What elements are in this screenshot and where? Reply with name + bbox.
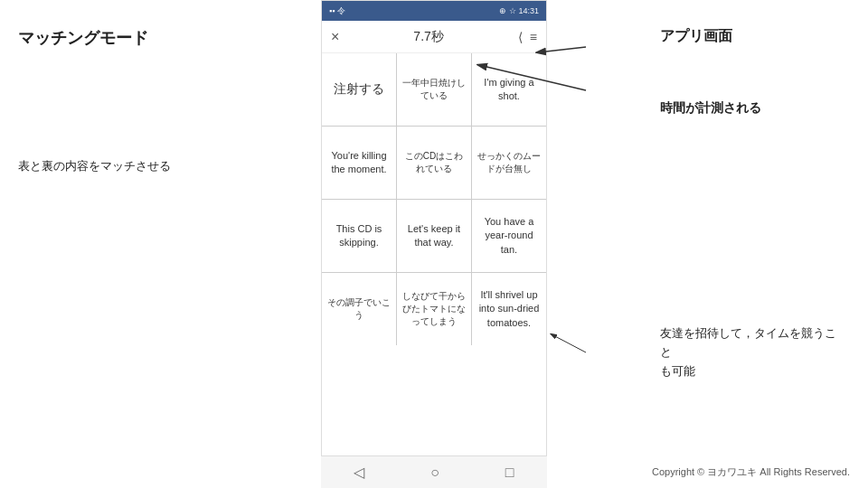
card-item[interactable]: It'll shrivel up into sun-dried tomatoes… bbox=[472, 273, 546, 345]
status-icons: ⊕ ☆ 14:31 bbox=[499, 6, 539, 15]
label-time-measured: 時間が計測される bbox=[660, 100, 841, 117]
label-app-screen: アプリ画面 bbox=[660, 27, 841, 46]
close-button[interactable]: × bbox=[331, 29, 339, 45]
phone-mockup: ▪▪ 令 ⊕ ☆ 14:31 × 7.7秒 ⟨ ≡ 注射する一年中日焼けしている… bbox=[321, 0, 547, 488]
recents-nav-icon[interactable]: □ bbox=[505, 465, 514, 481]
menu-icon[interactable]: ≡ bbox=[530, 30, 537, 44]
status-bar-left: ▪▪ 令 bbox=[329, 5, 345, 17]
sim-indicator: ▪▪ 令 bbox=[329, 5, 345, 17]
header-icons: ⟨ ≡ bbox=[518, 30, 537, 44]
home-nav-icon[interactable]: ○ bbox=[430, 465, 439, 481]
app-header: × 7.7秒 ⟨ ≡ bbox=[322, 21, 546, 53]
back-nav-icon[interactable]: ◁ bbox=[354, 464, 364, 481]
card-item[interactable]: このCDはこわれている bbox=[397, 127, 471, 199]
label-invite: 友達を招待して，タイムを競うことも可能 bbox=[660, 324, 841, 380]
label-match-desc: 表と裏の内容をマッチさせる bbox=[18, 157, 199, 175]
label-matching-mode: マッチングモード bbox=[18, 27, 199, 49]
card-item[interactable]: I'm giving a shot. bbox=[472, 53, 546, 126]
card-item[interactable]: You're killing the moment. bbox=[322, 127, 396, 199]
card-item[interactable]: This CD is skipping. bbox=[322, 200, 396, 272]
status-bar-right: ⊕ ☆ 14:31 bbox=[499, 6, 539, 15]
card-item[interactable]: 一年中日焼けしている bbox=[397, 53, 471, 126]
card-item[interactable]: Let's keep it that way. bbox=[397, 200, 471, 272]
card-item[interactable]: You have a year-round tan. bbox=[472, 200, 546, 272]
card-grid: 注射する一年中日焼けしているI'm giving a shot.You're k… bbox=[322, 53, 546, 345]
svg-line-2 bbox=[552, 334, 586, 352]
copyright-label: Copyright © ヨカワユキ All Rights Reserved. bbox=[652, 465, 850, 479]
timer-display: 7.7秒 bbox=[413, 29, 443, 45]
share-icon[interactable]: ⟨ bbox=[518, 30, 523, 44]
card-item[interactable]: 注射する bbox=[322, 53, 396, 126]
card-item[interactable]: その調子でいこう bbox=[322, 273, 396, 345]
card-item[interactable]: せっかくのムードが台無し bbox=[472, 127, 546, 199]
status-bar: ▪▪ 令 ⊕ ☆ 14:31 bbox=[322, 1, 546, 21]
nav-bar: ◁ ○ □ bbox=[321, 455, 547, 488]
card-item[interactable]: しなびて干からびたトマトになってしまう bbox=[397, 273, 471, 345]
